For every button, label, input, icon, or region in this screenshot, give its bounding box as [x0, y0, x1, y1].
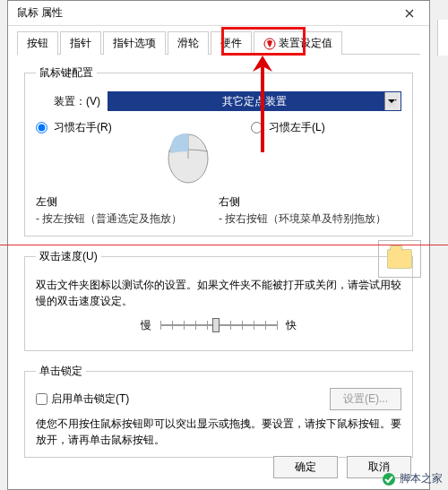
enable-click-lock-checkbox[interactable]: 启用单击锁定(T): [36, 391, 129, 407]
click-lock-desc: 使您不用按住鼠标按钮即可以突出显示或拖拽。要设置，请按下鼠标按钮。要放开，请再单…: [36, 416, 401, 448]
left-handed-label: 习惯左手(L): [269, 120, 325, 135]
double-click-speed-group: 双击速度(U) 双击文件夹图标以测试你的设置。如果文件夹不能被打开或关闭，请尝试…: [24, 249, 413, 351]
left-side-desc: - 按左按钮（普通选定及拖放）: [36, 211, 219, 227]
right-handed-radio[interactable]: 习惯右手(R): [36, 120, 143, 135]
mouse-properties-dialog: 鼠标 属性 按钮 指针 指针选项 滑轮 硬件 装置设定值 鼠标键配置 装置：(V…: [7, 0, 430, 490]
tab-buttons[interactable]: 按钮: [17, 31, 58, 56]
device-label: 装置：(V): [54, 94, 100, 109]
mouse-icon: [157, 123, 220, 185]
dblclick-legend: 双击速度(U): [36, 249, 101, 264]
background-window-slice: [437, 20, 448, 56]
dblclick-desc: 双击文件夹图标以测试你的设置。如果文件夹不能被打开或关闭，请尝试用较慢的双击速度…: [36, 277, 401, 309]
tab-hardware[interactable]: 硬件: [211, 31, 252, 55]
mouse-button-config-group: 鼠标键配置 装置：(V) 其它定点装置 习惯右手(R): [24, 65, 413, 236]
watermark: 脚本之家: [382, 471, 443, 486]
tab-pointer[interactable]: 指针: [60, 31, 101, 55]
left-handed-radio[interactable]: 习惯左手(L): [251, 120, 358, 135]
click-lock-settings-button: 设置(E)...: [330, 388, 401, 410]
tab-device-settings[interactable]: 装置设定值: [254, 31, 342, 55]
watermark-text: 脚本之家: [400, 471, 443, 486]
tab-device-settings-label: 装置设定值: [279, 36, 332, 51]
device-select-value: 其它定点装置: [222, 94, 287, 109]
tab-bar: 按钮 指针 指针选项 滑轮 硬件 装置设定值: [8, 26, 429, 55]
device-tab-icon: [263, 38, 276, 50]
config-legend: 鼠标键配置: [36, 65, 97, 81]
close-button[interactable]: [390, 1, 429, 26]
right-side-desc: - 按右按钮（环境菜单及特别拖放）: [219, 211, 401, 227]
left-side-title: 左侧: [36, 194, 219, 210]
right-side-title: 右侧: [219, 194, 401, 210]
tab-content: 鼠标键配置 装置：(V) 其它定点装置 习惯右手(R): [8, 55, 429, 481]
watermark-icon: [382, 472, 396, 486]
clicklock-legend: 单击锁定: [36, 364, 86, 379]
titlebar: 鼠标 属性: [8, 1, 429, 26]
click-lock-group: 单击锁定 启用单击锁定(T) 设置(E)... 使您不用按住鼠标按钮即可以突出显…: [24, 364, 413, 458]
speed-slow-label: 慢: [141, 318, 151, 333]
svg-point-2: [383, 473, 395, 486]
slider-thumb[interactable]: [212, 318, 220, 332]
click-lock-checkbox-input[interactable]: [36, 393, 47, 405]
left-handed-radio-input[interactable]: [251, 122, 263, 133]
speed-fast-label: 快: [286, 318, 297, 333]
folder-icon: [387, 249, 412, 269]
mouse-preview-image: [143, 120, 233, 187]
window-title: 鼠标 属性: [17, 5, 63, 21]
double-click-speed-slider[interactable]: [160, 316, 277, 334]
tab-pointer-options[interactable]: 指针选项: [103, 31, 166, 55]
right-handed-label: 习惯右手(R): [54, 120, 112, 135]
right-handed-radio-input[interactable]: [36, 122, 47, 133]
click-lock-label: 启用单击锁定(T): [51, 391, 129, 407]
tab-wheel[interactable]: 滑轮: [168, 31, 209, 55]
close-icon: [405, 9, 414, 18]
double-click-test-area[interactable]: [378, 240, 421, 278]
device-select[interactable]: 其它定点装置: [108, 91, 401, 111]
ok-button[interactable]: 确定: [273, 456, 338, 478]
chevron-down-icon: [384, 92, 401, 110]
